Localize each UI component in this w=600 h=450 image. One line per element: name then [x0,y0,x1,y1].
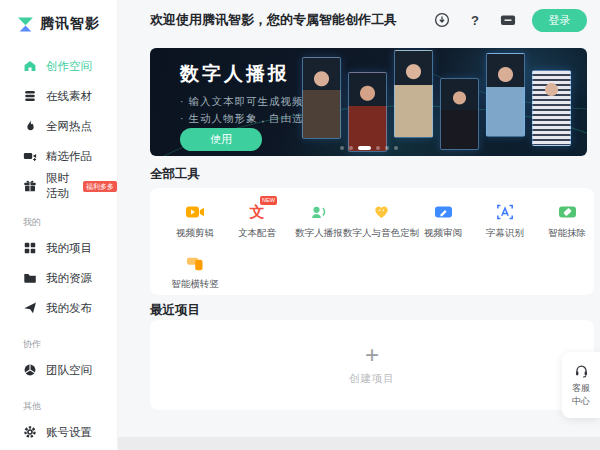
help-icon[interactable]: ? [467,12,483,28]
carousel-dot[interactable] [394,146,398,150]
tools-grid: 视频剪辑 文 NEW 文本配音 数字人播报 [164,202,594,291]
sidebar-section-other: 其他 [0,385,117,417]
sidebar-section-collab: 协作 [0,323,117,355]
feedback-icon[interactable] [500,12,516,28]
banner-title: 数字人播报 [180,61,290,87]
digital-human-portrait [532,70,571,146]
sidebar-item-limited-event[interactable]: 限时活动 福利多多 [0,171,117,201]
client-download-icon[interactable] [434,12,450,28]
headset-icon [574,363,589,378]
sidebar-item-my-publish[interactable]: 我的发布 [0,293,117,323]
materials-icon [23,89,37,103]
banner-subtitle-1: 输入文本即可生成视频 [180,95,303,109]
sidebar-item-team-space[interactable]: 团队空间 [0,355,117,385]
team-space-icon [23,363,37,377]
plus-icon: + [365,345,379,365]
digital-human-portrait [486,53,525,137]
sidebar-item-label: 精选作品 [46,149,92,164]
tool-voice-custom[interactable]: 数字人与音色定制 [350,202,412,240]
sidebar-item-my-resources[interactable]: 我的资源 [0,263,117,293]
video-review-icon [434,202,453,220]
digital-human-portrait [348,72,387,152]
sidebar-item-label: 全网热点 [46,119,92,134]
customer-service-widget[interactable]: 客服中心 [562,352,600,418]
digital-human-icon [310,202,328,220]
tool-text-dub[interactable]: 文 NEW 文本配音 [226,202,288,240]
tool-video-review[interactable]: 视频审阅 [412,202,474,240]
video-edit-icon [185,202,205,220]
my-resources-icon [23,271,37,285]
featured-works-icon [23,149,37,163]
footer-strip [118,437,600,450]
recent-projects-card: + 创建项目 [150,320,594,410]
recent-section-title: 最近项目 [150,302,200,319]
brand-name: 腾讯智影 [40,15,100,33]
sidebar: 腾讯智影 创作空间 在线素材 全网热点 [0,0,118,450]
digital-human-portrait [394,50,433,138]
sidebar-item-creation-space[interactable]: 创作空间 [0,51,117,81]
sidebar-item-label: 我的项目 [46,241,92,256]
tool-horizontal-to-vertical[interactable]: 智能横转竖 [164,253,226,291]
event-badge: 福利多多 [83,181,117,192]
sidebar-item-label: 我的资源 [46,271,92,286]
subtitle-recognition-icon [496,202,514,220]
home-icon [23,59,37,73]
carousel-dots [340,146,398,150]
tools-section-title: 全部工具 [150,166,200,183]
carousel-dot[interactable] [376,146,380,150]
hero-banner: 数字人播报 输入文本即可生成视频 生动人物形象，自由选择 使用 [150,48,587,156]
new-badge: NEW [260,196,278,205]
sidebar-item-label: 账号设置 [46,425,92,440]
digital-human-portrait [440,78,479,150]
trending-icon [23,119,37,133]
sidebar-item-account-settings[interactable]: 账号设置 [0,417,117,447]
my-publish-icon [23,301,37,315]
sidebar-item-featured-works[interactable]: 精选作品 [0,141,117,171]
tools-card: 视频剪辑 文 NEW 文本配音 数字人播报 [150,188,594,295]
welcome-title: 欢迎使用腾讯智影，您的专属智能创作工具 [150,11,434,29]
horizontal-to-vertical-icon [186,253,204,271]
hourglass-logo-icon [17,16,34,33]
voice-custom-icon [373,202,390,220]
sidebar-item-label: 在线素材 [46,89,92,104]
sidebar-item-label: 我的发布 [46,301,92,316]
my-projects-icon [23,241,37,255]
digital-human-portraits [302,48,571,156]
text-dub-icon: 文 NEW [250,202,265,220]
carousel-dot-active[interactable] [358,146,371,150]
tool-digital-human[interactable]: 数字人播报 [288,202,350,240]
tool-subtitle-recognition[interactable]: 字幕识别 [474,202,536,240]
carousel-dot[interactable] [349,146,353,150]
sidebar-item-label: 创作空间 [46,59,92,74]
sidebar-section-mine: 我的 [0,201,117,233]
create-project-button[interactable]: + 创建项目 [349,345,395,386]
sidebar-item-label: 团队空间 [46,363,92,378]
carousel-dot[interactable] [340,146,344,150]
sidebar-item-trending[interactable]: 全网热点 [0,111,117,141]
main-content: 欢迎使用腾讯智影，您的专属智能创作工具 ? 登录 数字人播报 输入文本即可生成视… [118,0,600,450]
event-gift-icon [23,179,37,193]
sidebar-item-online-materials[interactable]: 在线素材 [0,81,117,111]
app-window: 腾讯智影 创作空间 在线素材 全网热点 [0,0,600,450]
smart-erase-icon [558,202,577,220]
carousel-dot[interactable] [385,146,389,150]
topbar-icons: ? [434,12,516,28]
account-settings-icon [23,425,37,439]
sidebar-item-label: 限时活动 [46,171,72,201]
customer-service-label: 客服中心 [572,382,590,406]
brand-logo: 腾讯智影 [0,0,117,33]
sidebar-item-my-projects[interactable]: 我的项目 [0,233,117,263]
tool-smart-erase[interactable]: 智能抹除 [536,202,594,240]
banner-subtitle-2: 生动人物形象，自由选择 [180,112,315,126]
digital-human-portrait [302,57,341,139]
tool-video-edit[interactable]: 视频剪辑 [164,202,226,240]
login-button[interactable]: 登录 [532,9,587,32]
topbar: 欢迎使用腾讯智影，您的专属智能创作工具 ? 登录 [118,0,600,40]
banner-use-button[interactable]: 使用 [180,128,262,151]
sidebar-nav: 创作空间 在线素材 全网热点 精选作品 [0,33,117,447]
